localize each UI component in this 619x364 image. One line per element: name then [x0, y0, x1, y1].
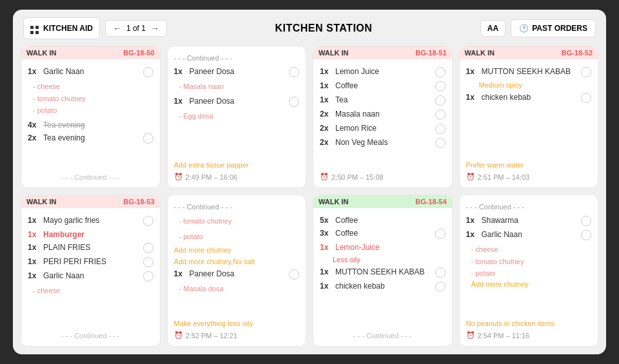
item-name: Lemon Juice: [335, 67, 433, 76]
walk-in-label: WALK IN: [26, 49, 56, 57]
qty: 1x: [320, 282, 333, 291]
item-checkbox[interactable]: [289, 97, 299, 107]
item-checkbox[interactable]: [289, 269, 299, 280]
qty: 1x: [174, 67, 187, 76]
timestamp: 2:52 PM – 12:21: [186, 332, 238, 340]
item-checkbox[interactable]: [143, 271, 153, 282]
item-name: PLAIN FRIES: [43, 243, 141, 252]
order-item-mutton-seekh: 1x MUTTON SEEKH KABAB: [466, 67, 592, 77]
item-checkbox[interactable]: [435, 282, 446, 292]
item-name: Masala naan: [335, 110, 433, 119]
clock-icon: ⏰: [466, 173, 475, 181]
past-orders-button[interactable]: 🕐 PAST ORDERS: [511, 19, 596, 37]
qty: 1x: [466, 230, 479, 239]
card-footer-continued: - - - Continued - - -: [28, 332, 153, 340]
order-item-shawarma: 1x Shawarma: [466, 216, 592, 226]
item-name: Mayo garlic fries: [43, 216, 141, 225]
sub-item: - potato: [174, 231, 300, 243]
nav-prev-button[interactable]: ←: [111, 23, 124, 34]
page-info: 1 of 1: [126, 24, 146, 33]
order-item-lemon-juice: 1x Lemon Juice: [320, 67, 446, 77]
sub-item: - tomato chutney: [28, 93, 153, 105]
kitchen-aid-button[interactable]: KITCHEN AID: [23, 17, 100, 39]
nav-group: ← 1 of 1 →: [105, 20, 167, 37]
item-checkbox[interactable]: [289, 67, 299, 77]
card-footer-continued: - - - Continued - - -: [28, 173, 153, 181]
order-card-bg-18-54: WALK IN BG-18-54 5x Coffee 3x Coffee 1x …: [313, 195, 453, 347]
sub-item: - Masala naan: [174, 81, 300, 93]
item-checkbox[interactable]: [581, 230, 591, 240]
sub-item: - tomato chutney: [466, 256, 592, 268]
order-item-tea-4x: 4x Tea evening: [28, 120, 153, 129]
card-header: - - - Continued - - -: [466, 202, 592, 212]
item-checkbox[interactable]: [435, 67, 446, 77]
order-card-continued-2: - - - Continued - - - - tomato chutney -…: [167, 195, 307, 347]
order-card-bg-18-53: WALK IN BG-18-53 1x Mayo garlic fries 1x…: [21, 195, 161, 347]
item-name: Paneer Dosa: [190, 97, 287, 106]
item-checkbox[interactable]: [581, 67, 591, 77]
card-header: WALK IN BG-18-52: [460, 46, 598, 59]
order-item-paneer-dosa-2: 1x Paneer Dosa: [174, 97, 300, 107]
sub-item: - tomato chutney: [174, 216, 300, 227]
qty: 1x: [28, 67, 41, 76]
item-checkbox[interactable]: [435, 138, 446, 148]
item-name: Non Veg Meals: [335, 138, 433, 147]
item-name: PERI PERI FRIES: [43, 257, 141, 266]
walk-in-label: WALK IN: [465, 49, 495, 57]
sub-item: - potato: [28, 105, 153, 117]
page-title: KITCHEN STATION: [275, 23, 372, 34]
item-checkbox[interactable]: [143, 216, 153, 226]
card-footer: ⏰ 2:52 PM – 12:21: [174, 331, 300, 340]
order-item-garlic-naan: 1x Garlic Naan: [28, 67, 153, 77]
item-checkbox[interactable]: [435, 229, 446, 239]
aa-button[interactable]: AA: [480, 20, 506, 37]
item-name: Coffee: [335, 81, 433, 90]
qty: 2x: [320, 138, 333, 147]
timestamp: 2:49 PM – 16:06: [186, 173, 238, 181]
order-item-chicken-kebab: 1x chicken kebab: [320, 282, 446, 292]
walk-in-label: WALK IN: [319, 49, 348, 57]
order-note: Add more chutney,No salt: [174, 258, 300, 265]
item-checkbox[interactable]: [435, 81, 446, 91]
sub-item: - potato: [466, 268, 592, 280]
item-checkbox[interactable]: [435, 95, 446, 106]
qty: 1x: [320, 81, 333, 90]
item-checkbox[interactable]: [143, 67, 153, 77]
qty: 1x: [28, 243, 41, 252]
item-checkbox[interactable]: [435, 110, 446, 120]
order-item-lemon-rice: 2x Lemon Rice: [320, 124, 446, 134]
walk-in-label: WALK IN: [26, 198, 56, 206]
item-checkbox[interactable]: [143, 243, 153, 253]
card-header: WALK IN BG-18-51: [313, 46, 452, 59]
item-checkbox[interactable]: [581, 93, 591, 103]
item-checkbox[interactable]: [143, 133, 153, 144]
item-name: Shawarma: [482, 216, 579, 225]
qty: 1x: [320, 95, 333, 104]
clock-icon: ⏰: [320, 173, 329, 181]
item-checkbox[interactable]: [435, 267, 446, 278]
clock-icon: ⏰: [174, 173, 183, 181]
item-name: chicken kebab: [335, 282, 433, 291]
item-name: Tea evening: [43, 133, 141, 142]
order-item-paneer-dosa: 1x Paneer Dosa: [174, 269, 300, 280]
card-header: - - - Continued - - -: [174, 202, 300, 212]
item-checkbox[interactable]: [435, 124, 446, 134]
item-name: Garlic Naan: [43, 67, 141, 76]
nav-next-button[interactable]: →: [148, 23, 161, 34]
sub-item: - Masala dosa: [174, 283, 300, 295]
qty: 1x: [466, 216, 479, 225]
order-item-tea-2x: 2x Tea evening: [28, 133, 153, 144]
order-item-mutton-seekh: 1x MUTTON SEEKH KABAB: [320, 267, 446, 278]
order-note: No peanuts in chicken items: [466, 320, 592, 327]
item-checkbox[interactable]: [581, 216, 591, 226]
item-name: chicken kebab: [482, 93, 579, 102]
qty: 2x: [320, 124, 333, 133]
order-item-tea: 1x Tea: [320, 95, 446, 106]
item-checkbox[interactable]: [143, 257, 153, 267]
item-name: Hamburger: [43, 230, 153, 239]
item-name: Lemon-Juice: [335, 243, 446, 252]
qty: 1x: [28, 216, 41, 225]
order-item-mayo-fries: 1x Mayo garlic fries: [28, 216, 153, 226]
clock-icon: ⏰: [174, 331, 183, 340]
item-name: MUTTON SEEKH KABAB: [335, 267, 433, 276]
